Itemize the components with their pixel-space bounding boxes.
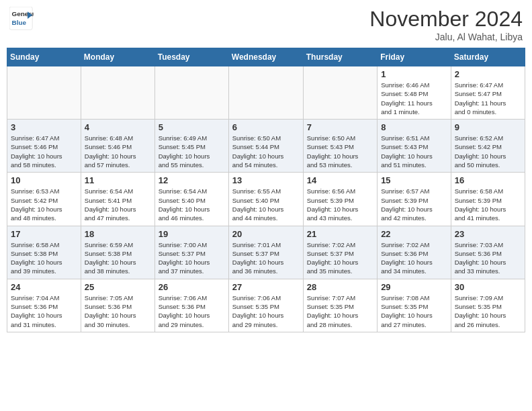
calendar-cell: 20Sunrise: 7:01 AM Sunset: 5:37 PM Dayli… [228, 226, 303, 279]
calendar-cell [228, 66, 303, 120]
calendar-cell: 12Sunrise: 6:54 AM Sunset: 5:40 PM Dayli… [154, 173, 228, 226]
calendar-cell [7, 66, 81, 120]
column-header-thursday: Thursday [303, 48, 377, 66]
column-header-saturday: Saturday [451, 48, 525, 66]
day-info: Sunrise: 7:02 AM Sunset: 5:36 PM Dayligh… [381, 240, 447, 276]
day-number: 17 [11, 229, 77, 239]
calendar-cell: 2Sunrise: 6:47 AM Sunset: 5:47 PM Daylig… [451, 66, 525, 120]
calendar-cell: 13Sunrise: 6:55 AM Sunset: 5:40 PM Dayli… [228, 173, 303, 226]
calendar-week-2: 3Sunrise: 6:47 AM Sunset: 5:46 PM Daylig… [7, 120, 525, 173]
day-number: 3 [11, 122, 77, 132]
day-number: 13 [232, 175, 300, 185]
month-title: November 2024 [369, 7, 523, 32]
day-info: Sunrise: 7:06 AM Sunset: 5:35 PM Dayligh… [232, 293, 300, 329]
calendar-cell: 7Sunrise: 6:50 AM Sunset: 5:43 PM Daylig… [303, 120, 377, 173]
day-number: 29 [381, 282, 447, 292]
day-info: Sunrise: 6:47 AM Sunset: 5:46 PM Dayligh… [11, 134, 77, 169]
calendar-cell: 22Sunrise: 7:02 AM Sunset: 5:36 PM Dayli… [378, 226, 451, 279]
day-number: 9 [455, 122, 521, 132]
calendar-cell: 10Sunrise: 6:53 AM Sunset: 5:42 PM Dayli… [7, 173, 81, 226]
day-info: Sunrise: 7:05 AM Sunset: 5:36 PM Dayligh… [85, 293, 151, 329]
calendar-week-1: 1Sunrise: 6:46 AM Sunset: 5:48 PM Daylig… [7, 66, 525, 120]
day-number: 4 [85, 122, 151, 132]
calendar-cell: 28Sunrise: 7:07 AM Sunset: 5:35 PM Dayli… [303, 279, 377, 332]
calendar-cell: 29Sunrise: 7:08 AM Sunset: 5:35 PM Dayli… [378, 279, 451, 332]
calendar-cell: 18Sunrise: 6:59 AM Sunset: 5:38 PM Dayli… [81, 226, 154, 279]
day-info: Sunrise: 6:47 AM Sunset: 5:47 PM Dayligh… [455, 81, 521, 116]
calendar-cell: 21Sunrise: 7:02 AM Sunset: 5:37 PM Dayli… [303, 226, 377, 279]
logo-icon: General Blue [9, 7, 34, 31]
day-number: 15 [381, 175, 447, 185]
day-info: Sunrise: 7:01 AM Sunset: 5:37 PM Dayligh… [232, 240, 300, 276]
calendar: SundayMondayTuesdayWednesdayThursdayFrid… [7, 48, 525, 332]
day-number: 28 [307, 282, 373, 292]
calendar-cell: 8Sunrise: 6:51 AM Sunset: 5:43 PM Daylig… [378, 120, 451, 173]
calendar-cell: 16Sunrise: 6:58 AM Sunset: 5:39 PM Dayli… [451, 173, 525, 226]
day-number: 6 [232, 122, 300, 132]
day-info: Sunrise: 6:56 AM Sunset: 5:39 PM Dayligh… [307, 187, 373, 222]
calendar-week-3: 10Sunrise: 6:53 AM Sunset: 5:42 PM Dayli… [7, 173, 525, 226]
calendar-cell: 3Sunrise: 6:47 AM Sunset: 5:46 PM Daylig… [7, 120, 81, 173]
column-header-tuesday: Tuesday [154, 48, 228, 66]
day-number: 10 [11, 175, 77, 185]
day-number: 11 [85, 175, 151, 185]
day-info: Sunrise: 6:58 AM Sunset: 5:39 PM Dayligh… [455, 187, 521, 222]
day-info: Sunrise: 6:48 AM Sunset: 5:46 PM Dayligh… [85, 134, 151, 169]
day-info: Sunrise: 6:46 AM Sunset: 5:48 PM Dayligh… [381, 81, 447, 116]
calendar-week-4: 17Sunrise: 6:58 AM Sunset: 5:38 PM Dayli… [7, 226, 525, 279]
day-number: 7 [307, 122, 373, 132]
day-info: Sunrise: 6:51 AM Sunset: 5:43 PM Dayligh… [381, 134, 447, 169]
day-info: Sunrise: 6:52 AM Sunset: 5:42 PM Dayligh… [455, 134, 521, 169]
calendar-cell: 9Sunrise: 6:52 AM Sunset: 5:42 PM Daylig… [451, 120, 525, 173]
page-header: General Blue November 2024 Jalu, Al Waha… [7, 7, 525, 42]
day-number: 5 [159, 122, 225, 132]
day-number: 21 [307, 229, 373, 239]
calendar-cell: 5Sunrise: 6:49 AM Sunset: 5:45 PM Daylig… [154, 120, 228, 173]
column-header-friday: Friday [378, 48, 451, 66]
day-info: Sunrise: 7:04 AM Sunset: 5:36 PM Dayligh… [11, 293, 77, 329]
day-number: 19 [159, 229, 225, 239]
day-info: Sunrise: 7:07 AM Sunset: 5:35 PM Dayligh… [307, 293, 373, 329]
calendar-cell [81, 66, 154, 120]
calendar-cell: 14Sunrise: 6:56 AM Sunset: 5:39 PM Dayli… [303, 173, 377, 226]
day-info: Sunrise: 6:59 AM Sunset: 5:38 PM Dayligh… [85, 240, 151, 276]
day-info: Sunrise: 6:54 AM Sunset: 5:40 PM Dayligh… [159, 187, 225, 222]
day-number: 12 [159, 175, 225, 185]
calendar-cell: 15Sunrise: 6:57 AM Sunset: 5:39 PM Dayli… [378, 173, 451, 226]
calendar-cell: 27Sunrise: 7:06 AM Sunset: 5:35 PM Dayli… [228, 279, 303, 332]
logo: General Blue [9, 7, 34, 31]
calendar-cell: 4Sunrise: 6:48 AM Sunset: 5:46 PM Daylig… [81, 120, 154, 173]
day-number: 23 [455, 229, 521, 239]
calendar-cell: 23Sunrise: 7:03 AM Sunset: 5:36 PM Dayli… [451, 226, 525, 279]
calendar-cell: 17Sunrise: 6:58 AM Sunset: 5:38 PM Dayli… [7, 226, 81, 279]
title-block: November 2024 Jalu, Al Wahat, Libya [369, 7, 523, 42]
calendar-cell: 11Sunrise: 6:54 AM Sunset: 5:41 PM Dayli… [81, 173, 154, 226]
day-info: Sunrise: 6:55 AM Sunset: 5:40 PM Dayligh… [232, 187, 300, 222]
calendar-cell: 6Sunrise: 6:50 AM Sunset: 5:44 PM Daylig… [228, 120, 303, 173]
day-number: 30 [455, 282, 521, 292]
day-info: Sunrise: 6:49 AM Sunset: 5:45 PM Dayligh… [159, 134, 225, 169]
day-number: 27 [232, 282, 300, 292]
column-header-sunday: Sunday [7, 48, 81, 66]
day-number: 2 [455, 69, 521, 79]
calendar-cell: 24Sunrise: 7:04 AM Sunset: 5:36 PM Dayli… [7, 279, 81, 332]
calendar-cell: 19Sunrise: 7:00 AM Sunset: 5:37 PM Dayli… [154, 226, 228, 279]
day-info: Sunrise: 7:09 AM Sunset: 5:35 PM Dayligh… [455, 293, 521, 329]
day-info: Sunrise: 7:06 AM Sunset: 5:36 PM Dayligh… [159, 293, 225, 329]
day-number: 16 [455, 175, 521, 185]
calendar-week-5: 24Sunrise: 7:04 AM Sunset: 5:36 PM Dayli… [7, 279, 525, 332]
calendar-cell: 25Sunrise: 7:05 AM Sunset: 5:36 PM Dayli… [81, 279, 154, 332]
day-info: Sunrise: 6:50 AM Sunset: 5:44 PM Dayligh… [232, 134, 300, 169]
day-number: 1 [381, 69, 447, 79]
svg-text:Blue: Blue [12, 19, 27, 26]
day-info: Sunrise: 6:53 AM Sunset: 5:42 PM Dayligh… [11, 187, 77, 222]
calendar-cell [154, 66, 228, 120]
column-header-wednesday: Wednesday [228, 48, 303, 66]
day-info: Sunrise: 7:00 AM Sunset: 5:37 PM Dayligh… [159, 240, 225, 276]
calendar-header-row: SundayMondayTuesdayWednesdayThursdayFrid… [7, 48, 525, 66]
calendar-cell [303, 66, 377, 120]
calendar-cell: 30Sunrise: 7:09 AM Sunset: 5:35 PM Dayli… [451, 279, 525, 332]
day-number: 18 [85, 229, 151, 239]
day-info: Sunrise: 7:03 AM Sunset: 5:36 PM Dayligh… [455, 240, 521, 276]
day-number: 14 [307, 175, 373, 185]
